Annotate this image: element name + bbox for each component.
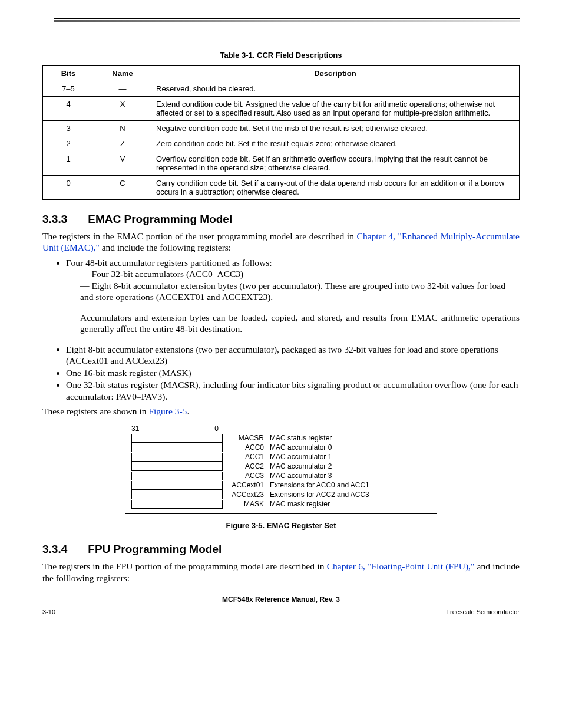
ccr-field-table: Bits Name Description 7–5 — Reserved, sh… xyxy=(42,65,520,200)
section-333-para1: The registers in the EMAC portion of the… xyxy=(42,230,520,253)
bit-label-31: 31 xyxy=(131,424,137,433)
emac-register-figure: 31 0 MACSR MAC status register ACC0 MAC … xyxy=(125,423,437,514)
cell-name: — xyxy=(94,81,151,97)
table-row: 2 Z Zero condition code bit. Set if the … xyxy=(43,136,520,151)
register-name: ACC1 xyxy=(223,453,270,461)
register-box xyxy=(131,453,223,462)
register-desc: MAC status register xyxy=(270,434,431,442)
table-caption: Table 3-1. CCR Field Descriptions xyxy=(42,51,520,60)
register-box xyxy=(131,462,223,471)
register-box xyxy=(131,434,223,443)
register-row: ACC1 MAC accumulator 1 xyxy=(131,452,431,462)
section-number: 3.3.3 xyxy=(42,213,85,226)
register-name: ACCext23 xyxy=(223,490,270,499)
section-title: EMAC Programming Model xyxy=(88,213,232,225)
section-heading-333: 3.3.3 EMAC Programming Model xyxy=(42,213,520,226)
th-name: Name xyxy=(94,66,151,81)
bit-label-0: 0 xyxy=(137,424,221,433)
table-row: 0 C Carry condition code bit. Set if a c… xyxy=(43,176,520,200)
cell-name: X xyxy=(94,97,151,121)
text: . xyxy=(187,406,189,416)
register-box xyxy=(131,490,223,499)
cell-bits: 7–5 xyxy=(43,81,94,97)
cell-name: Z xyxy=(94,136,151,151)
register-name: MACSR xyxy=(223,434,270,442)
register-box xyxy=(131,443,223,452)
list-item: One 16-bit mask register (MASK) xyxy=(66,367,520,378)
register-desc: MAC accumulator 3 xyxy=(270,472,431,480)
cell-bits: 4 xyxy=(43,97,94,121)
register-desc: Extensions for ACC0 and ACC1 xyxy=(270,481,431,489)
register-name: ACCext01 xyxy=(223,481,270,489)
list-item: One 32-bit status register (MACSR), incl… xyxy=(66,379,520,402)
cell-desc: Reserved, should be cleared. xyxy=(151,81,520,97)
th-desc: Description xyxy=(151,66,520,81)
cell-name: V xyxy=(94,151,151,176)
text: The registers in the FPU portion of the … xyxy=(42,561,327,571)
register-box xyxy=(131,481,223,490)
xref-figure-3-5[interactable]: Figure 3-5 xyxy=(148,406,187,416)
text: These registers are shown in xyxy=(42,406,148,416)
register-row: ACC2 MAC accumulator 2 xyxy=(131,462,431,471)
section-333-para2: These registers are shown in Figure 3-5. xyxy=(42,406,520,417)
register-row: MACSR MAC status register xyxy=(131,433,431,443)
register-desc: Extensions for ACC2 and ACC3 xyxy=(270,490,431,499)
cell-bits: 0 xyxy=(43,176,94,200)
xref-chapter-6[interactable]: Chapter 6, "Floating-Point Unit (FPU)," xyxy=(327,561,475,571)
register-row: ACCext01 Extensions for ACC0 and ACC1 xyxy=(131,480,431,490)
footer-title: MCF548x Reference Manual, Rev. 3 xyxy=(42,595,520,604)
sub-paragraph: Accumulators and extension bytes can be … xyxy=(80,312,520,335)
cell-desc: Carry condition code bit. Set if a carry… xyxy=(151,176,520,200)
header-rule xyxy=(54,18,520,22)
cell-bits: 2 xyxy=(43,136,94,151)
section-number: 3.3.4 xyxy=(42,543,85,556)
table-row: 7–5 — Reserved, should be cleared. xyxy=(43,81,520,97)
register-row: MASK MAC mask register xyxy=(131,499,431,509)
list-item: Eight 8-bit accumulator extension bytes … xyxy=(80,280,520,303)
cell-desc: Extend condition code bit. Assigned the … xyxy=(151,97,520,121)
register-name: ACC2 xyxy=(223,462,270,470)
cell-name: N xyxy=(94,121,151,136)
table-row: 1 V Overflow condition code bit. Set if … xyxy=(43,151,520,176)
register-box xyxy=(131,500,223,509)
register-row: ACC0 MAC accumulator 0 xyxy=(131,443,431,452)
bullet-list: Eight 8-bit accumulator extensions (two … xyxy=(66,344,520,402)
register-row: ACCext23 Extensions for ACC2 and ACC3 xyxy=(131,490,431,499)
figure-caption: Figure 3-5. EMAC Register Set xyxy=(42,521,520,530)
cell-desc: Negative condition code bit. Set if the … xyxy=(151,121,520,136)
section-title: FPU Programming Model xyxy=(88,543,222,555)
list-item: Eight 8-bit accumulator extensions (two … xyxy=(66,344,520,367)
list-item: Four 32-bit accumulators (ACC0–ACC3) xyxy=(80,268,520,279)
table-row: 3 N Negative condition code bit. Set if … xyxy=(43,121,520,136)
cell-name: C xyxy=(94,176,151,200)
register-desc: MAC accumulator 0 xyxy=(270,443,431,452)
footer-row: 3-10 Freescale Semiconductor xyxy=(42,608,520,615)
register-name: ACC0 xyxy=(223,443,270,452)
bullet-list: Four 48-bit accumulator registers partit… xyxy=(66,257,520,303)
text: The registers in the EMAC portion of the… xyxy=(42,231,357,241)
register-desc: MAC accumulator 1 xyxy=(270,453,431,461)
cell-bits: 3 xyxy=(43,121,94,136)
th-bits: Bits xyxy=(43,66,94,81)
section-heading-334: 3.3.4 FPU Programming Model xyxy=(42,543,520,556)
register-desc: MAC accumulator 2 xyxy=(270,462,431,470)
list-item: Four 48-bit accumulator registers partit… xyxy=(66,257,520,303)
text: and include the following registers: xyxy=(100,242,231,252)
text: Four 48-bit accumulator registers partit… xyxy=(66,258,272,268)
register-name: ACC3 xyxy=(223,472,270,480)
cell-bits: 1 xyxy=(43,151,94,176)
section-334-para1: The registers in the FPU portion of the … xyxy=(42,561,520,584)
register-row: ACC3 MAC accumulator 3 xyxy=(131,471,431,480)
register-box xyxy=(131,472,223,480)
cell-desc: Overflow condition code bit. Set if an a… xyxy=(151,151,520,176)
footer-company: Freescale Semiconductor xyxy=(446,608,520,615)
table-row: 4 X Extend condition code bit. Assigned … xyxy=(43,97,520,121)
cell-desc: Zero condition code bit. Set if the resu… xyxy=(151,136,520,151)
register-desc: MAC mask register xyxy=(270,500,431,508)
register-name: MASK xyxy=(223,500,270,508)
page-number: 3-10 xyxy=(42,608,55,615)
